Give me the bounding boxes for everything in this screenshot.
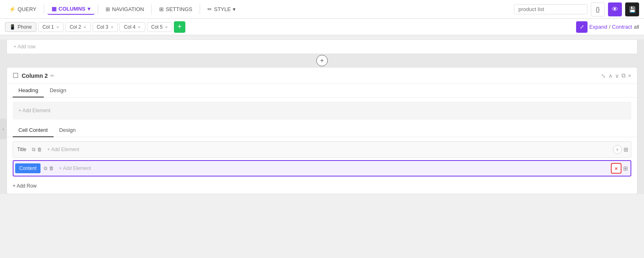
contract-label: Contract bbox=[612, 24, 632, 30]
chevron-up-icon[interactable]: ∧ bbox=[608, 72, 612, 79]
navigation-label: NAVIGATION bbox=[112, 6, 144, 12]
title-x-button[interactable]: × bbox=[613, 145, 622, 154]
settings-tab[interactable]: ⊞ SETTINGS bbox=[155, 4, 196, 14]
col2-tab[interactable]: Col 2 × bbox=[65, 22, 90, 32]
tabs-right-controls: ⤢ Expand / Contract all bbox=[576, 21, 639, 33]
panel-title: Column 2 bbox=[22, 72, 48, 79]
phone-icon: 📱 bbox=[9, 24, 16, 30]
columns-chevron: ▾ bbox=[88, 6, 90, 12]
add-element-heading-label: + Add Element bbox=[18, 108, 50, 113]
left-edge-toggle[interactable]: ‹ bbox=[0, 119, 7, 139]
add-row-label: + Add row bbox=[14, 44, 36, 50]
col5-label: Col 5 bbox=[151, 24, 163, 30]
navigation-tab[interactable]: ⊞ NAVIGATION bbox=[101, 4, 148, 14]
content-add-element[interactable]: + Add Element bbox=[59, 165, 611, 171]
query-icon: ⚡ bbox=[9, 6, 16, 12]
search-input[interactable] bbox=[514, 4, 588, 14]
columns-label: COLUMNS bbox=[59, 6, 86, 12]
style-icon: ✏ bbox=[207, 6, 212, 12]
toolbar-right: {} 👁 💾 bbox=[514, 2, 639, 16]
col2-label: Col 2 bbox=[70, 24, 81, 30]
code-button[interactable]: {} bbox=[591, 2, 605, 16]
col2-close[interactable]: × bbox=[83, 25, 86, 29]
cell-content-label: Cell Content bbox=[18, 127, 48, 133]
col1-label: Col 1 bbox=[43, 24, 54, 30]
col4-tab[interactable]: Col 4 × bbox=[119, 22, 145, 32]
title-add-element[interactable]: + Add Element bbox=[47, 147, 613, 152]
title-row-icons: ⧉ 🗑 bbox=[30, 147, 44, 152]
column-2-panel: ☐ Column 2 ✏ ⤡ ∧ ∨ ⧉ × Heading Design + … bbox=[7, 67, 637, 194]
heading-design-tab[interactable]: Design bbox=[44, 84, 72, 97]
code-label: {} bbox=[596, 6, 599, 13]
cell-design-tab[interactable]: Design bbox=[54, 124, 81, 137]
add-column-button[interactable]: + bbox=[174, 21, 185, 33]
col4-label: Col 4 bbox=[124, 24, 135, 30]
settings-label: SETTINGS bbox=[166, 6, 192, 12]
settings-icon: ⊞ bbox=[159, 6, 164, 12]
panel-edit-icon[interactable]: ✏ bbox=[50, 73, 54, 79]
separator-1 bbox=[44, 5, 44, 14]
content-row-label: Content bbox=[15, 163, 41, 173]
add-row-link[interactable]: + Add Row bbox=[7, 179, 637, 194]
main-content: + Add row + ☐ Column 2 ✏ ⤡ ∧ ∨ ⧉ × Headi… bbox=[0, 39, 644, 194]
content-x-button[interactable]: × bbox=[611, 163, 621, 174]
slash-separator: / bbox=[609, 24, 610, 30]
columns-tab[interactable]: ▦ COLUMNS ▾ bbox=[47, 4, 95, 15]
heading-tab-label: Heading bbox=[18, 87, 38, 93]
style-tab[interactable]: ✏ STYLE ▾ bbox=[203, 4, 240, 14]
style-label: STYLE bbox=[214, 6, 231, 12]
cell-content-section: Title ⧉ 🗑 + Add Element × ⊞ Content ⧉ 🗑 bbox=[7, 137, 637, 177]
style-chevron: ▾ bbox=[233, 6, 236, 12]
expand-icon-btn[interactable]: ⤢ bbox=[576, 21, 588, 33]
plus-circle-container: + bbox=[7, 54, 637, 67]
add-row-link-label: + Add Row bbox=[13, 183, 36, 189]
save-button[interactable]: 💾 bbox=[625, 2, 639, 16]
copy-icon[interactable]: ⧉ bbox=[621, 72, 626, 79]
content-row-right: × ⊞ bbox=[611, 163, 630, 174]
expand-link[interactable]: Expand bbox=[589, 24, 607, 30]
eye-button[interactable]: 👁 bbox=[608, 2, 622, 16]
add-section-button[interactable]: + bbox=[316, 55, 328, 66]
close-panel-icon[interactable]: × bbox=[628, 72, 631, 79]
col4-close[interactable]: × bbox=[138, 25, 140, 29]
title-copy-icon[interactable]: ⧉ bbox=[32, 147, 36, 152]
add-column-icon: + bbox=[178, 23, 182, 31]
query-tab[interactable]: ⚡ QUERY bbox=[5, 4, 41, 14]
expand-icon: ⤢ bbox=[580, 24, 584, 30]
col3-tab[interactable]: Col 3 × bbox=[92, 22, 118, 32]
contract-link[interactable]: Contract bbox=[612, 24, 632, 30]
col3-close[interactable]: × bbox=[111, 25, 113, 29]
col1-tab[interactable]: Col 1 × bbox=[38, 22, 63, 32]
panel-header-controls: ⤡ ∧ ∨ ⧉ × bbox=[601, 72, 631, 79]
navigation-icon: ⊞ bbox=[106, 6, 110, 12]
cell-content-tab[interactable]: Cell Content bbox=[13, 124, 54, 137]
content-delete-icon[interactable]: 🗑 bbox=[49, 165, 54, 171]
add-row-strip[interactable]: + Add row bbox=[7, 39, 637, 54]
title-row-label: Title bbox=[13, 144, 30, 155]
heading-tab[interactable]: Heading bbox=[13, 84, 44, 97]
columns-tabs-bar: 📱 Phone Col 1 × Col 2 × Col 3 × Col 4 × … bbox=[0, 19, 644, 35]
content-copy-icon[interactable]: ⧉ bbox=[44, 165, 47, 171]
chevron-down-icon[interactable]: ∨ bbox=[615, 72, 619, 79]
main-toolbar: ⚡ QUERY ▦ COLUMNS ▾ ⊞ NAVIGATION ⊞ SETTI… bbox=[0, 0, 644, 19]
cell-design-label: Design bbox=[59, 127, 76, 133]
content-row-icons: ⧉ 🗑 bbox=[42, 165, 56, 171]
col5-close[interactable]: × bbox=[165, 25, 168, 29]
title-delete-icon[interactable]: 🗑 bbox=[37, 147, 42, 152]
col5-tab[interactable]: Col 5 × bbox=[147, 22, 172, 32]
minimize-icon[interactable]: ⤡ bbox=[601, 72, 606, 79]
col1-close[interactable]: × bbox=[56, 25, 59, 29]
panel-phone-icon: ☐ bbox=[13, 72, 18, 79]
cell-content-tabs: Cell Content Design bbox=[7, 124, 637, 137]
heading-add-element[interactable]: + Add Element bbox=[13, 102, 631, 120]
phone-tab-label: Phone bbox=[18, 24, 32, 30]
eye-icon: 👁 bbox=[612, 6, 618, 13]
title-grid-icon[interactable]: ⊞ bbox=[624, 146, 628, 153]
title-row-right: × ⊞ bbox=[613, 145, 631, 154]
separator-2 bbox=[98, 5, 98, 14]
query-label: QUERY bbox=[18, 6, 36, 12]
phone-tab[interactable]: 📱 Phone bbox=[5, 22, 36, 32]
content-grid-icon[interactable]: ⊞ bbox=[623, 165, 628, 172]
separator-3 bbox=[151, 5, 152, 14]
content-row: Content ⧉ 🗑 + Add Element × ⊞ bbox=[13, 160, 631, 177]
